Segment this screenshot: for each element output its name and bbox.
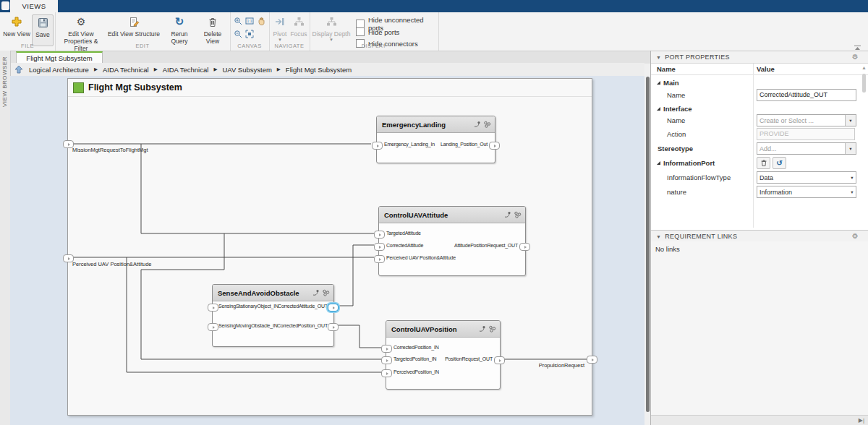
block-title: ControlUAVAttitude (384, 211, 503, 219)
link-badge-icon (478, 325, 486, 332)
name-input[interactable]: CorrectedAttitude_OUT (757, 89, 856, 101)
dropdown-arrow-icon[interactable]: ▾ (845, 143, 856, 154)
breadcrumb-item-flight-mgt-subsystem[interactable]: Flight Mgt Subsystem (286, 66, 352, 74)
interface-name-dropdown[interactable]: Create or Select ... ▾ (757, 114, 856, 126)
toolstrip: New View Save FILE ⚙ Edit View Propertie… (0, 12, 868, 51)
dropdown-arrow-icon: ▾ (848, 189, 856, 195)
link-badge-icon (503, 211, 511, 218)
rerun-query-icon: ↻ (162, 14, 197, 29)
input-port[interactable] (381, 369, 392, 377)
category-expand-icon (657, 161, 660, 165)
pan-hand-icon[interactable] (255, 15, 266, 26)
delete-view-button[interactable]: Delete View (197, 14, 229, 45)
information-flow-type-dropdown[interactable]: Data ▾ (757, 171, 856, 184)
breadcrumb-separator-icon: ▶ (277, 66, 281, 72)
view-browser-label: VIEW BROWSER (1, 56, 8, 107)
reset-defaults-button[interactable]: ↺ (773, 157, 786, 169)
port-label: PerceivedPosition_IN (393, 369, 439, 376)
output-port[interactable] (519, 243, 530, 251)
nature-dropdown[interactable]: Information ▾ (757, 186, 856, 198)
pivot-button: Pivot ▾ (271, 14, 289, 42)
boundary-port-label: Perceived UAV Position&Attitude (72, 261, 152, 267)
input-port[interactable] (374, 231, 385, 239)
port-label: Perceived UAV Position&Attitude (386, 254, 456, 262)
breadcrumb-item-uav-subsystem[interactable]: UAV Subsystem (222, 66, 271, 74)
output-port[interactable] (494, 356, 505, 364)
hide-ports-checkbox[interactable]: Hide ports (356, 27, 399, 36)
stereotype-dropdown[interactable]: Add... ▾ (757, 142, 856, 155)
block-emergency-landing[interactable]: EmergencyLanding Emergency_Landing_In La… (376, 116, 495, 163)
input-port[interactable] (372, 142, 383, 150)
zoom-out-icon[interactable] (232, 28, 243, 39)
rerun-query-button[interactable]: ↻ Rerun Query (162, 14, 197, 45)
quick-access-button[interactable] (1, 1, 9, 10)
zoom-one-to-one-icon[interactable]: 1:1 (244, 15, 255, 26)
dropdown-arrow-icon[interactable]: ▾ (845, 115, 856, 126)
action-input: PROVIDE (757, 128, 855, 140)
delete-stereotype-button[interactable] (757, 157, 770, 169)
zoom-in-icon[interactable] (232, 15, 243, 26)
view-browser-strip[interactable]: VIEW BROWSER (0, 51, 11, 425)
input-port[interactable] (381, 345, 392, 353)
container-header: Flight Mgt Subsystem (68, 79, 592, 97)
breadcrumb-item-aida-technical-1[interactable]: AIDA Technical (103, 66, 149, 74)
property-row-name: Name CorrectedAttitude_OUT (651, 88, 859, 102)
new-view-icon (3, 14, 30, 29)
navigate-up-icon[interactable] (14, 65, 23, 74)
block-control-uav-position[interactable]: ControlUAVPosition CorrectedPosition_IN … (386, 320, 501, 390)
output-port-selected[interactable] (328, 304, 339, 312)
scroll-up-icon[interactable]: ▲ (861, 65, 867, 70)
output-port[interactable] (328, 323, 339, 331)
breadcrumb-item-logical-architecture[interactable]: Logical Architecture (29, 66, 89, 74)
container-title: Flight Mgt Subsystem (88, 82, 182, 93)
input-port[interactable] (381, 356, 392, 364)
pivot-icon (271, 14, 289, 29)
input-port[interactable] (208, 323, 218, 331)
port-label: SensingMovingObstacle_IN (218, 322, 278, 330)
input-port[interactable] (374, 243, 385, 251)
category-row-information-port[interactable]: InformationPort ↺ (651, 156, 859, 170)
block-control-uav-attitude[interactable]: ControlUAVAttitude TargetedAttitude Corr… (378, 206, 526, 276)
link-badge-icon (312, 289, 320, 296)
port-label: CorrectedPosition_OUT (277, 322, 328, 330)
port-properties-panel: ▼ PORT PROPERTIES ⚙ Name Value Main Name… (650, 51, 868, 425)
group-display: Display Depth ▾ Hide unconnected ports H… (310, 12, 439, 51)
edit-structure-icon (107, 14, 161, 29)
new-view-button[interactable]: New View (3, 14, 30, 38)
ribbon-tab-views[interactable]: VIEWS (10, 0, 58, 12)
port-label: TargetedAttitude (386, 230, 421, 237)
next-panel-icon[interactable]: ▶| (859, 417, 864, 424)
collapse-section-icon: ▼ (656, 234, 661, 239)
save-button[interactable]: Save (32, 14, 54, 46)
panel-gear-icon[interactable]: ⚙ (852, 233, 859, 240)
stereotype-badge-icon (483, 121, 491, 128)
breadcrumb: Logical Architecture ▶ AIDA Technical ▶ … (10, 63, 644, 77)
gear-icon: ⚙ (56, 14, 106, 29)
trash-icon (197, 14, 229, 29)
input-port[interactable] (208, 304, 218, 312)
display-depth-button: Display Depth ▾ (311, 14, 352, 42)
port-label: SensingStationaryObject_IN (218, 303, 278, 310)
canvas-vertical-scrollbar[interactable] (646, 77, 650, 412)
breadcrumb-item-aida-technical-2[interactable]: AIDA Technical (163, 66, 209, 74)
no-links-text: No links (655, 245, 680, 253)
block-sense-and-avoid-obstacle[interactable]: SenseAndAvoidObstacle SensingStationaryO… (212, 284, 334, 347)
fit-to-view-icon[interactable] (244, 28, 255, 39)
port-properties-header[interactable]: ▼ PORT PROPERTIES ⚙ (651, 51, 868, 64)
panel-gear-icon[interactable]: ⚙ (852, 53, 859, 61)
input-port[interactable] (374, 255, 385, 263)
group-navigate: Pivot ▾ Focus NAVIGATE (269, 12, 310, 51)
property-row-action: Action PROVIDE (651, 127, 859, 141)
breadcrumb-separator-icon: ▶ (94, 66, 98, 72)
group-file: New View Save FILE (0, 12, 56, 51)
block-header: ControlUAVAttitude (379, 207, 525, 223)
group-edit: ⚙ Edit View Properties & Filter Edit Vie… (55, 12, 231, 51)
panel-scrollbar-thumb[interactable] (862, 74, 866, 93)
link-badge-icon (473, 121, 481, 128)
component-color-swatch (73, 82, 84, 93)
checkbox-icon (356, 27, 365, 36)
output-port[interactable] (489, 142, 500, 150)
edit-view-structure-button[interactable]: Edit View Structure (107, 14, 161, 38)
revert-icon: ↺ (776, 159, 782, 167)
boundary-port-propulsion-request[interactable] (587, 356, 597, 364)
